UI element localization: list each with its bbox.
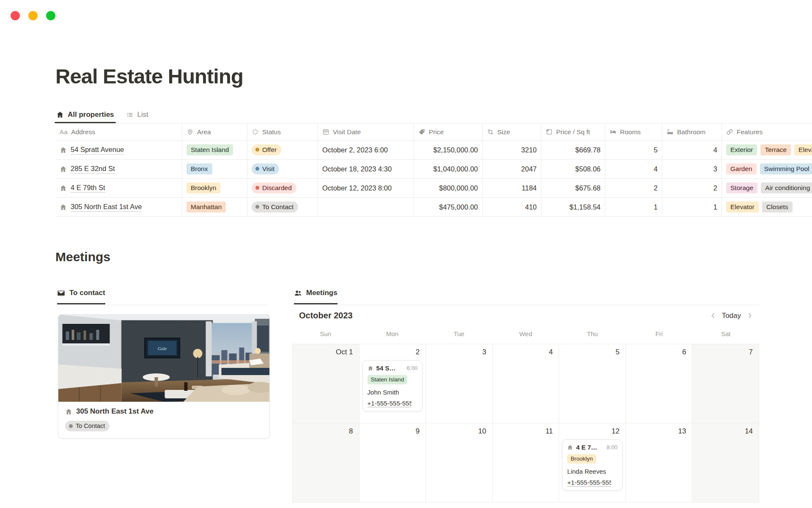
cell-area[interactable]: Bronx	[182, 160, 247, 178]
cell-status[interactable]: Discarded	[247, 179, 318, 197]
view-tab-label: All properties	[68, 110, 114, 119]
calendar-day-7[interactable]: 7	[692, 344, 759, 423]
calendar-day-4[interactable]: 4	[493, 344, 560, 423]
tab-to-contact[interactable]: To contact	[57, 289, 105, 304]
view-tab-all-properties[interactable]: All properties	[56, 106, 114, 123]
column-header-area[interactable]: Area	[182, 124, 247, 140]
calendar-day-8[interactable]: 8	[293, 423, 359, 502]
cell-features[interactable]: ElevatorClosets	[722, 198, 812, 216]
cell-status[interactable]: Visit	[247, 160, 318, 178]
calendar-day-13[interactable]: 13	[626, 423, 693, 502]
cell-visit_date[interactable]: October 2, 2023 6:00	[318, 141, 414, 159]
cell-price_sqft[interactable]: $675.68	[541, 179, 605, 197]
cell-features[interactable]: ExteriorTerraceElevator	[722, 141, 812, 159]
cell-price_sqft[interactable]: $669.78	[541, 141, 605, 159]
cell-rooms[interactable]: 4	[605, 160, 662, 178]
cell-address[interactable]: 285 E 32nd St	[55, 160, 182, 178]
cell-size[interactable]: 3210	[483, 141, 541, 159]
calendar-day-9[interactable]: 9	[359, 423, 426, 502]
column-header-address[interactable]: AaAddress	[55, 124, 182, 140]
calendar-event-card[interactable]: 4 E 7…8:00BrooklynLinda Reeves+1-555-555…	[562, 439, 623, 491]
tab-meetings[interactable]: Meetings	[294, 289, 337, 304]
cell-rooms[interactable]: 5	[605, 141, 662, 159]
cell-visit_date[interactable]	[318, 198, 414, 216]
address-link[interactable]: 54 Spratt Avenue	[71, 145, 124, 155]
cell-bathroom[interactable]: 2	[662, 179, 722, 197]
calendar-day-2[interactable]: 254 S…6:00Staten IslandJohn Smith+1-555-…	[359, 344, 426, 423]
calendar-weekday-row: SunMonTueWedThuFriSat	[292, 330, 759, 337]
cell-address[interactable]: 4 E 79th St	[55, 179, 182, 197]
calendar-day-14[interactable]: 14	[692, 423, 759, 502]
column-header-rooms[interactable]: Rooms	[605, 124, 662, 140]
calendar-day-12[interactable]: 124 E 7…8:00BrooklynLinda Reeves+1-555-5…	[559, 423, 626, 502]
cell-bathroom[interactable]: 1	[662, 198, 722, 216]
event-time: 6:00	[407, 365, 417, 371]
close-button[interactable]	[11, 11, 20, 20]
address-link[interactable]: 305 North East 1st Ave	[71, 202, 142, 212]
cell-bathroom[interactable]: 3	[662, 160, 722, 178]
calendar-day-oct-1[interactable]: Oct 1	[293, 344, 359, 423]
table-row: 305 North East 1st AveManhattanTo Contac…	[55, 198, 812, 217]
cell-area[interactable]: Staten Island	[182, 141, 247, 159]
event-phone-link[interactable]: +1-555-555-5555	[567, 479, 611, 486]
column-header-visit_date[interactable]: Visit Date	[318, 124, 414, 140]
cell-area[interactable]: Manhattan	[182, 198, 247, 216]
address-link[interactable]: 285 E 32nd St	[71, 164, 115, 174]
cell-rooms[interactable]: 1	[605, 198, 662, 216]
day-number: 8	[293, 423, 359, 436]
calendar-event-card[interactable]: 54 S…6:00Staten IslandJohn Smith+1-555-5…	[362, 360, 423, 411]
event-phone-link[interactable]: +1-555-555-5555	[368, 400, 411, 407]
column-header-bathroom[interactable]: Bathroom	[662, 124, 722, 140]
event-contact-name: Linda Reeves	[567, 468, 617, 475]
calendar-day-5[interactable]: 5	[559, 344, 626, 423]
cell-price[interactable]: $2,150,000.00	[414, 141, 483, 159]
house-icon	[60, 204, 67, 211]
address-link[interactable]: 4 E 79th St	[71, 183, 105, 193]
cell-price_sqft[interactable]: $1,158.54	[541, 198, 605, 216]
weekday-label: Fri	[626, 330, 693, 337]
chevron-right-icon[interactable]	[746, 312, 753, 319]
cell-size[interactable]: 2047	[483, 160, 541, 178]
view-tab-list[interactable]: List	[126, 106, 148, 123]
cell-rooms[interactable]: 2	[605, 179, 662, 197]
feature-pill-label: Swimming Pool	[764, 165, 809, 173]
cell-visit_date[interactable]: October 12, 2023 8:00	[318, 179, 414, 197]
cell-features[interactable]: StorageAir conditioning	[722, 179, 812, 197]
cell-status[interactable]: Offer	[247, 141, 318, 159]
calendar-day-10[interactable]: 10	[426, 423, 493, 502]
cell-address[interactable]: 305 North East 1st Ave	[55, 198, 182, 216]
calendar-day-6[interactable]: 6	[626, 344, 693, 423]
cell-size[interactable]: 1184	[483, 179, 541, 197]
maximize-button[interactable]	[46, 11, 55, 20]
property-card[interactable]: Gale	[58, 314, 270, 439]
calendar-day-11[interactable]: 11	[493, 423, 560, 502]
cell-features[interactable]: GardenSwimming Pool	[722, 160, 812, 178]
calendar-header: October 2023 Today	[299, 311, 753, 320]
column-header-price[interactable]: Price	[414, 124, 483, 140]
interior-photo: Gale	[58, 315, 269, 402]
cell-price_sqft[interactable]: $508.06	[541, 160, 605, 178]
today-button[interactable]: Today	[722, 312, 741, 320]
cell-status[interactable]: To Contact	[247, 198, 318, 216]
column-header-label: Price	[429, 128, 444, 136]
chevron-left-icon[interactable]	[710, 312, 717, 319]
cell-price[interactable]: $1,040,000.00	[414, 160, 483, 178]
column-header-status[interactable]: Status	[247, 124, 318, 140]
cell-visit_date[interactable]: October 18, 2023 4:30	[318, 160, 414, 178]
cell-area[interactable]: Brooklyn	[182, 179, 247, 197]
cell-size[interactable]: 410	[483, 198, 541, 216]
area-pill-label: Staten Island	[191, 146, 229, 154]
minimize-button[interactable]	[28, 11, 38, 20]
feature-pill: Terrace	[760, 144, 791, 155]
cell-address[interactable]: 54 Spratt Avenue	[55, 141, 182, 159]
cell-bathroom[interactable]: 4	[662, 141, 722, 159]
event-area: Brooklyn	[567, 454, 617, 464]
column-header-features[interactable]: Features	[722, 124, 812, 140]
calendar-day-3[interactable]: 3	[426, 344, 493, 423]
status-dot	[255, 148, 259, 152]
cell-price[interactable]: $800,000.00	[414, 179, 483, 197]
column-header-size[interactable]: Size	[483, 124, 541, 140]
weekday-label: Sat	[692, 330, 759, 337]
column-header-price_sqft[interactable]: Price / Sq ft	[541, 124, 605, 140]
cell-price[interactable]: $475,000.00	[414, 198, 483, 216]
